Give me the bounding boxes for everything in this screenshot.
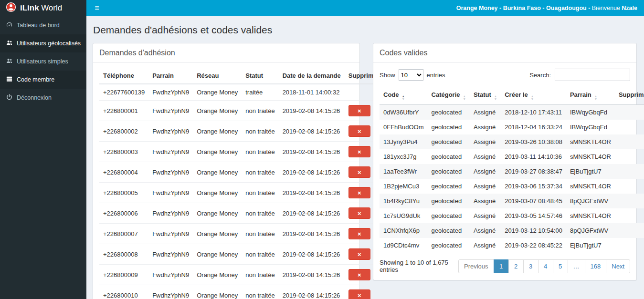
adhesion-row: +226800008FwdhzYphN9Orange Moneynon trai… [99,244,383,265]
pagination: Previous12345…168Next [458,259,630,273]
col-categorie-sortable[interactable]: Catégorie▲▼ [428,87,470,105]
cell-supprimer [615,223,644,238]
sidebar-item-label: Utilisateurs simples [17,58,68,65]
sort-icon: ▲▼ [402,95,405,100]
cell-code: 1b4RkyC8Yu [380,194,428,208]
pagination-page-1[interactable]: 1 [494,259,509,273]
page-length-control: Show 10 entries [380,69,445,81]
cell-parrain: FwdhzYphN9 [148,285,193,299]
cell-reseau: Orange Money [193,84,242,101]
users-icon [6,57,13,66]
entries-label: entries [427,72,445,79]
cell-creer-le: 2019-03-27 08:38:47 [501,164,566,179]
delete-button[interactable]: × [348,269,370,280]
cell-parrain: 8pQJGFxtWV [566,194,615,208]
brand-link[interactable]: iLink World [0,0,86,16]
main-content: Demandes d'adhésions et codes valides De… [86,16,644,299]
pagination-ellipsis[interactable]: … [568,259,585,273]
cell-statut: Assigné [470,194,501,208]
delete-button[interactable]: × [348,289,370,299]
col-creer-le-sortable[interactable]: Créer le▲▼ [501,87,566,105]
cell-telephone: +226800005 [99,183,148,203]
col-supprimer-sortable[interactable]: Supprimer▲▼ [615,87,644,105]
cell-parrain: EjBuTjgtU7 [566,238,615,253]
pagination-previous[interactable]: Previous [458,259,494,273]
panel-title: Codes valides [373,43,636,63]
cell-code: 0dW36UfbrY [380,105,428,120]
sidebar-toggle-button[interactable]: ≡ [86,0,107,16]
delete-button[interactable]: × [348,228,370,239]
cell-parrain: sMNSKTL4OR [566,179,615,194]
cell-date: 2019-02-08 14:15:26 [279,224,345,244]
page-length-select[interactable]: 10 [399,69,423,81]
sidebar-item-tableau-de-bord[interactable]: Tableau de bord [0,16,86,34]
adhesion-row: +226800007FwdhzYphN9Orange Moneynon trai… [99,224,383,244]
delete-button[interactable]: × [348,125,370,137]
sidebar-item-deconnexion[interactable]: Déconnexion [0,89,86,107]
delete-button[interactable]: × [348,187,370,198]
codes-table: Code▲▼ Catégorie▲▼ Statut▲▼ Créer le▲▼ P… [380,87,644,253]
delete-button[interactable]: × [348,207,370,219]
table-info: Showing 1 to 10 of 1,675 entries [380,259,458,273]
search-input[interactable] [555,69,630,81]
cell-reseau: Orange Money [193,121,242,142]
col-statut-sortable[interactable]: Statut▲▼ [470,87,501,105]
cell-statut: non traitée [242,183,278,203]
delete-button[interactable]: × [348,248,370,260]
cell-categorie: geolocated [428,179,470,194]
cell-creer-le: 2019-03-22 08:45:22 [501,238,566,253]
table-header-row: Téléphone Parrain Réseau Statut Date de … [99,68,383,84]
cell-parrain: sMNSKTL4OR [566,208,615,223]
col-parrain-sortable[interactable]: Parrain▲▼ [566,87,615,105]
cell-parrain: FwdhzYphN9 [148,162,193,183]
cell-parrain: FwdhzYphN9 [148,244,193,265]
cell-statut: Assigné [470,134,501,149]
cell-reseau: Orange Money [193,183,242,203]
pagination-page-4[interactable]: 4 [538,259,553,273]
user-location: Orange Money - Burkina Faso - Ouagadougo… [456,5,592,11]
sidebar-item-utilisateurs-geolocalises[interactable]: Utilisateurs géolocalisés [0,34,86,52]
cell-date: 2019-02-08 14:15:26 [279,203,345,224]
pagination-page-3[interactable]: 3 [523,259,538,273]
cell-date: 2019-02-08 14:15:26 [279,183,345,203]
delete-button[interactable]: × [348,105,370,116]
user-menu[interactable]: Orange Money - Burkina Faso - Ouagadougo… [456,0,644,16]
cell-code: 1B2pjeMCu3 [380,179,428,194]
code-row: 181yxc3J7ggeolocatedAssigné2019-03-11 14… [380,149,644,164]
col-code-sortable[interactable]: Code▲▼ [380,87,428,105]
cell-supprimer [615,134,644,149]
adhesion-row: +226800003FwdhzYphN9Orange Moneynon trai… [99,142,383,162]
pagination-page-2[interactable]: 2 [508,259,524,273]
pagination-page-168[interactable]: 168 [585,259,607,273]
cell-parrain: sMNSKTL4OR [566,134,615,149]
delete-button[interactable]: × [348,166,370,178]
cell-date: 2019-02-08 14:15:26 [279,121,345,142]
cell-creer-le: 2018-12-04 16:33:24 [501,120,566,134]
pagination-page-5[interactable]: 5 [553,259,568,273]
cell-supprimer [615,179,644,194]
cell-code: 1c7sUG9dUk [380,208,428,223]
cell-parrain: FwdhzYphN9 [148,121,193,142]
cell-categorie: geolocated [428,105,470,120]
sidebar-item-code-membre[interactable]: Code membre [0,71,86,89]
delete-button[interactable]: × [348,146,370,157]
sidebar-item-utilisateurs-simples[interactable]: Utilisateurs simples [0,52,86,71]
cell-categorie: geolocated [428,194,470,208]
user-greeting: Bienvenue [592,5,622,11]
pagination-next[interactable]: Next [606,259,630,273]
code-row: 0dW36UfbrYgeolocatedAssigné2018-12-10 17… [380,105,644,120]
cell-creer-le: 2019-03-12 10:54:00 [501,223,566,238]
cell-parrain: IBWqyGbqFd [566,105,615,120]
sort-icon: ▲▼ [531,95,534,100]
cell-parrain: FwdhzYphN9 [148,142,193,162]
cell-statut: Assigné [470,238,501,253]
cell-supprimer [615,194,644,208]
cell-parrain: FwdhzYphN9 [148,265,193,285]
search-label: Search: [529,72,551,79]
search-control: Search: [529,69,630,81]
code-row: 1b4RkyC8YugeolocatedAssigné2019-03-07 08… [380,194,644,208]
code-row: 1c7sUG9dUkgeolocatedAssigné2019-03-05 14… [380,208,644,223]
adhesion-row: +226800005FwdhzYphN9Orange Moneynon trai… [99,183,383,203]
cell-statut: non traitée [242,224,278,244]
cell-telephone: +226800002 [99,121,148,142]
